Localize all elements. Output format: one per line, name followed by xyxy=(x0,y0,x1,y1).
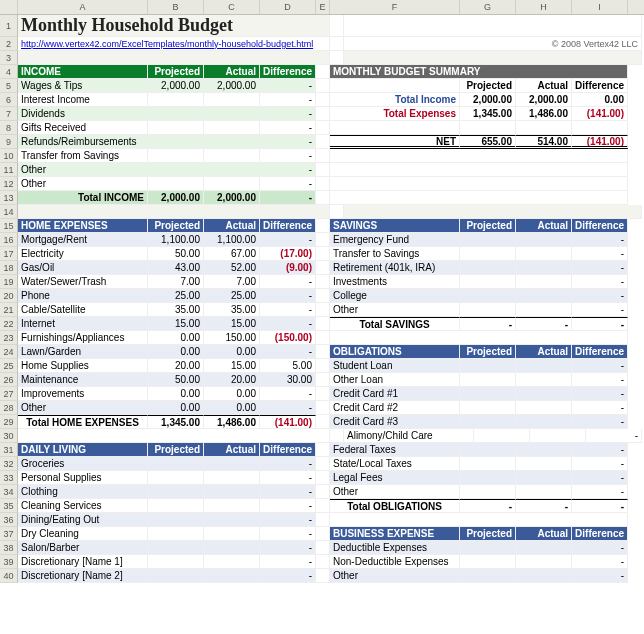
col-header-H[interactable]: H xyxy=(516,0,572,14)
data-row-diff[interactable]: - xyxy=(572,289,628,303)
data-row-diff[interactable]: - xyxy=(572,457,628,471)
data-row-label[interactable]: Alimony/Child Care xyxy=(344,429,474,443)
sum-net-a[interactable]: 514.00 xyxy=(516,135,572,149)
row-header[interactable]: 5 xyxy=(0,79,18,93)
data-row-diff[interactable]: - xyxy=(572,485,628,499)
row-header[interactable]: 20 xyxy=(0,289,18,303)
section-total-p[interactable]: 1,345.00 xyxy=(148,415,204,429)
row-header[interactable]: 26 xyxy=(0,373,18,387)
income-row-act[interactable] xyxy=(204,163,260,177)
data-row-act[interactable] xyxy=(516,401,572,415)
col-header-E[interactable]: E xyxy=(316,0,330,14)
data-row-diff[interactable]: - xyxy=(260,527,316,541)
row-header[interactable]: 27 xyxy=(0,387,18,401)
data-row-diff[interactable]: - xyxy=(260,317,316,331)
row-header[interactable]: 19 xyxy=(0,275,18,289)
income-row-label[interactable]: Refunds/Reimbursements xyxy=(18,135,148,149)
col-header-D[interactable]: D xyxy=(260,0,316,14)
data-row-act[interactable] xyxy=(516,485,572,499)
data-row-proj[interactable]: 50.00 xyxy=(148,373,204,387)
income-row-diff[interactable]: - xyxy=(260,149,316,163)
data-row-act[interactable] xyxy=(204,527,260,541)
data-row-diff[interactable]: - xyxy=(572,359,628,373)
data-row-label[interactable]: State/Local Taxes xyxy=(330,457,460,471)
data-row-diff[interactable]: - xyxy=(260,471,316,485)
data-row-label[interactable]: Credit Card #1 xyxy=(330,387,460,401)
data-row-label[interactable]: Mortgage/Rent xyxy=(18,233,148,247)
data-row-proj[interactable] xyxy=(460,541,516,555)
data-row-act[interactable]: 7.00 xyxy=(204,275,260,289)
row-header[interactable]: 6 xyxy=(0,93,18,107)
data-row-proj[interactable] xyxy=(460,415,516,429)
data-row-act[interactable] xyxy=(204,541,260,555)
data-row-diff[interactable]: - xyxy=(260,345,316,359)
data-row-proj[interactable] xyxy=(460,373,516,387)
data-row-proj[interactable] xyxy=(460,443,516,457)
data-row-act[interactable] xyxy=(516,289,572,303)
row-header[interactable]: 39 xyxy=(0,555,18,569)
row-header[interactable]: 7 xyxy=(0,107,18,121)
data-row-proj[interactable]: 0.00 xyxy=(148,331,204,345)
data-row-proj[interactable]: 15.00 xyxy=(148,317,204,331)
row-header[interactable]: 28 xyxy=(0,401,18,415)
data-row-act[interactable] xyxy=(516,247,572,261)
data-row-label[interactable]: Other xyxy=(330,485,460,499)
data-row-diff[interactable]: - xyxy=(586,429,642,443)
sum-exp-d[interactable]: (141.00) xyxy=(572,107,628,121)
data-row-label[interactable]: Other Loan xyxy=(330,373,460,387)
data-row-label[interactable]: Dining/Eating Out xyxy=(18,513,148,527)
income-row-label[interactable]: Transfer from Savings xyxy=(18,149,148,163)
data-row-diff[interactable]: - xyxy=(572,443,628,457)
data-row-diff[interactable]: - xyxy=(260,555,316,569)
row-header[interactable]: 13 xyxy=(0,191,18,205)
income-row-act[interactable] xyxy=(204,135,260,149)
data-row-label[interactable]: Lawn/Garden xyxy=(18,345,148,359)
data-row-act[interactable]: 20.00 xyxy=(204,373,260,387)
data-row-label[interactable]: Clothing xyxy=(18,485,148,499)
col-header-I[interactable]: I xyxy=(572,0,628,14)
income-row-proj[interactable] xyxy=(148,107,204,121)
income-total-a[interactable]: 2,000.00 xyxy=(204,191,260,205)
data-row-label[interactable]: Discretionary [Name 2] xyxy=(18,569,148,583)
data-row-diff[interactable]: - xyxy=(572,569,628,583)
data-row-label[interactable]: Furnishings/Appliances xyxy=(18,331,148,345)
row-header[interactable]: 36 xyxy=(0,513,18,527)
data-row-label[interactable]: Federal Taxes xyxy=(330,443,460,457)
income-row-proj[interactable] xyxy=(148,149,204,163)
data-row-diff[interactable]: - xyxy=(572,541,628,555)
row-header[interactable]: 22 xyxy=(0,317,18,331)
data-row-proj[interactable] xyxy=(474,429,530,443)
income-row-proj[interactable]: 2,000.00 xyxy=(148,79,204,93)
data-row-diff[interactable]: - xyxy=(260,499,316,513)
col-header-A[interactable]: A xyxy=(18,0,148,14)
data-row-diff[interactable]: - xyxy=(572,415,628,429)
data-row-act[interactable] xyxy=(516,387,572,401)
data-row-act[interactable] xyxy=(516,569,572,583)
income-row-label[interactable]: Other xyxy=(18,177,148,191)
data-row-proj[interactable] xyxy=(148,457,204,471)
income-row-proj[interactable] xyxy=(148,177,204,191)
data-row-label[interactable]: Other xyxy=(18,401,148,415)
data-row-act[interactable]: 150.00 xyxy=(204,331,260,345)
data-row-proj[interactable] xyxy=(460,457,516,471)
data-row-label[interactable]: Phone xyxy=(18,289,148,303)
data-row-proj[interactable] xyxy=(460,555,516,569)
data-row-diff[interactable]: - xyxy=(260,457,316,471)
data-row-act[interactable] xyxy=(204,569,260,583)
income-row-proj[interactable] xyxy=(148,93,204,107)
section-total-a[interactable]: - xyxy=(516,499,572,513)
row-header[interactable]: 8 xyxy=(0,121,18,135)
col-header-C[interactable]: C xyxy=(204,0,260,14)
data-row-diff[interactable]: (17.00) xyxy=(260,247,316,261)
data-row-label[interactable]: Deductible Expenses xyxy=(330,541,460,555)
data-row-act[interactable] xyxy=(204,555,260,569)
row-header[interactable]: 24 xyxy=(0,345,18,359)
data-row-act[interactable] xyxy=(516,415,572,429)
data-row-act[interactable]: 0.00 xyxy=(204,345,260,359)
row-header[interactable]: 40 xyxy=(0,569,18,583)
data-row-act[interactable]: 35.00 xyxy=(204,303,260,317)
data-row-diff[interactable]: - xyxy=(572,387,628,401)
data-row-proj[interactable] xyxy=(148,513,204,527)
row-header[interactable]: 38 xyxy=(0,541,18,555)
col-header-G[interactable]: G xyxy=(460,0,516,14)
